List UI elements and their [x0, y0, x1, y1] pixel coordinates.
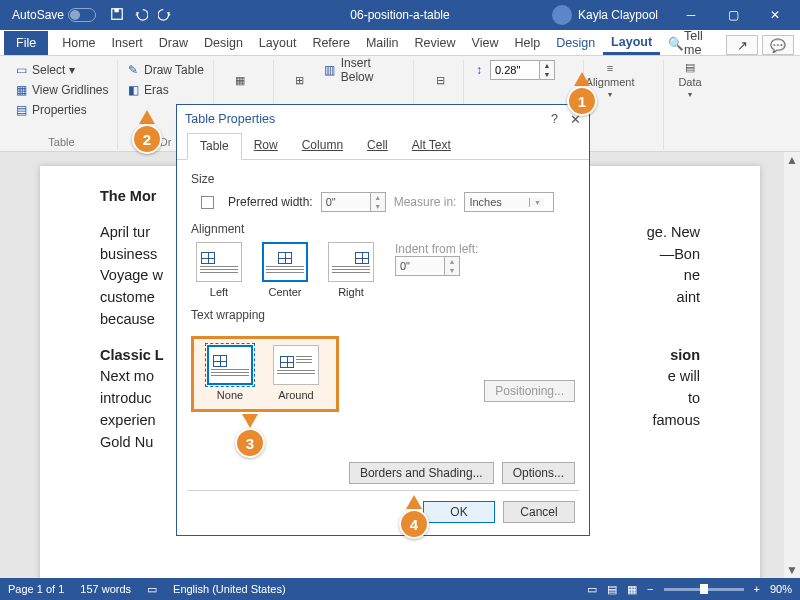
- alignment-button[interactable]: ≡Alignment▾: [592, 60, 628, 100]
- dlg-tab-cell[interactable]: Cell: [355, 133, 400, 159]
- heading-1: The Mor: [100, 188, 156, 204]
- minimize-button[interactable]: ─: [670, 0, 712, 30]
- wrap-none-option[interactable]: None: [202, 345, 258, 401]
- toggle-off-icon: [68, 8, 96, 22]
- tab-mailings[interactable]: Mailin: [358, 31, 407, 55]
- heading-2: Classic L: [100, 345, 164, 367]
- tab-table-design[interactable]: Design: [548, 31, 603, 55]
- tab-layout[interactable]: Layout: [251, 31, 305, 55]
- tab-help[interactable]: Help: [506, 31, 548, 55]
- scroll-down-icon[interactable]: ▼: [784, 562, 800, 578]
- alignment-icon: ≡: [607, 62, 613, 74]
- zoom-slider[interactable]: [664, 588, 744, 591]
- wrap-around-option[interactable]: Around: [268, 345, 324, 401]
- tab-insert[interactable]: Insert: [104, 31, 151, 55]
- pref-width-field: [322, 196, 370, 208]
- language-indicator[interactable]: English (United States): [173, 583, 286, 595]
- borders-shading-button[interactable]: Borders and Shading...: [349, 462, 494, 484]
- text: because: [100, 311, 155, 327]
- properties-label: Properties: [32, 103, 87, 117]
- web-layout-icon[interactable]: ▦: [627, 583, 637, 596]
- vertical-scrollbar[interactable]: ▲ ▼: [784, 152, 800, 578]
- page-indicator[interactable]: Page 1 of 1: [8, 583, 64, 595]
- row-height-icon: ↕: [472, 63, 486, 77]
- options-button[interactable]: Options...: [502, 462, 575, 484]
- properties-icon: ▤: [14, 103, 28, 117]
- dlg-tab-column[interactable]: Column: [290, 133, 355, 159]
- tab-view[interactable]: View: [464, 31, 507, 55]
- alignment-options: Left Center Right: [191, 242, 379, 298]
- dlg-tab-table[interactable]: Table: [187, 133, 242, 160]
- tell-me-label: Tell me: [684, 29, 718, 57]
- pref-width-label: Preferred width:: [228, 195, 313, 209]
- eraser-button[interactable]: ◧Eras: [126, 80, 205, 100]
- insert-below-button[interactable]: ▥Insert Below: [323, 60, 405, 80]
- print-layout-icon[interactable]: ▤: [607, 583, 617, 596]
- align-right-label: Right: [338, 286, 364, 298]
- data-button[interactable]: ▤Data▾: [672, 60, 708, 100]
- text: e will: [668, 366, 700, 388]
- insert-above-button[interactable]: ⊞: [282, 60, 317, 100]
- merge-button[interactable]: ⊟: [422, 60, 458, 100]
- dialog-tabs: Table Row Column Cell Alt Text: [177, 133, 589, 160]
- view-gridlines-button[interactable]: ▦View Gridlines: [14, 80, 109, 100]
- delete-button[interactable]: ▦: [222, 60, 258, 100]
- align-left-option[interactable]: Left: [191, 242, 247, 298]
- text: April tur: [100, 222, 150, 244]
- tab-review[interactable]: Review: [407, 31, 464, 55]
- pref-width-checkbox[interactable]: [201, 196, 214, 209]
- save-icon[interactable]: [110, 7, 124, 24]
- tab-draw[interactable]: Draw: [151, 31, 196, 55]
- align-right-option[interactable]: Right: [323, 242, 379, 298]
- tab-table-layout[interactable]: Layout: [603, 31, 660, 55]
- tab-file[interactable]: File: [4, 31, 48, 55]
- align-center-option[interactable]: Center: [257, 242, 313, 298]
- row-height-input[interactable]: ▲▼: [490, 60, 555, 80]
- close-button[interactable]: ✕: [754, 0, 796, 30]
- spin-down-icon[interactable]: ▼: [540, 70, 554, 79]
- zoom-in-button[interactable]: +: [754, 583, 760, 595]
- select-button[interactable]: ▭Select ▾: [14, 60, 109, 80]
- tab-design[interactable]: Design: [196, 31, 251, 55]
- dlg-tab-alttext[interactable]: Alt Text: [400, 133, 463, 159]
- dialog-help-button[interactable]: ?: [551, 112, 558, 127]
- spin-up-icon[interactable]: ▲: [540, 61, 554, 70]
- read-mode-icon[interactable]: ▭: [587, 583, 597, 596]
- indent-field: [396, 260, 444, 272]
- tell-me[interactable]: 🔍 Tell me: [660, 31, 726, 55]
- undo-icon[interactable]: [134, 7, 148, 24]
- text: business: [100, 244, 157, 266]
- dialog-title: Table Properties: [185, 112, 275, 126]
- insert-below-label: Insert Below: [341, 56, 405, 84]
- cancel-button[interactable]: Cancel: [503, 501, 575, 523]
- word-count[interactable]: 157 words: [80, 583, 131, 595]
- tab-references[interactable]: Refere: [304, 31, 358, 55]
- zoom-level[interactable]: 90%: [770, 583, 792, 595]
- indent-label: Indent from left:: [395, 242, 478, 256]
- data-label: Data: [678, 76, 701, 88]
- insert-below-icon: ▥: [323, 63, 337, 77]
- dialog-close-button[interactable]: ✕: [570, 112, 581, 127]
- properties-button[interactable]: ▤Properties: [14, 100, 109, 120]
- text: experien: [100, 410, 156, 432]
- spellcheck-icon[interactable]: ▭: [147, 583, 157, 596]
- draw-table-button[interactable]: ✎Draw Table: [126, 60, 205, 80]
- ok-button[interactable]: OK: [423, 501, 495, 523]
- row-height-field[interactable]: [491, 64, 539, 76]
- comments-button[interactable]: 💬: [762, 35, 794, 55]
- merge-icon: ⊟: [436, 74, 445, 87]
- user-area[interactable]: Kayla Claypool: [552, 5, 658, 25]
- share-button[interactable]: ↗: [726, 35, 758, 55]
- user-name: Kayla Claypool: [578, 8, 658, 22]
- maximize-button[interactable]: ▢: [712, 0, 754, 30]
- redo-icon[interactable]: [158, 7, 172, 24]
- scroll-up-icon[interactable]: ▲: [784, 152, 800, 168]
- dlg-tab-row[interactable]: Row: [242, 133, 290, 159]
- tab-home[interactable]: Home: [54, 31, 103, 55]
- text: ge. New: [647, 222, 700, 244]
- indent-input: ▲▼: [395, 256, 460, 276]
- wrap-around-label: Around: [278, 389, 313, 401]
- wrap-none-label: None: [217, 389, 243, 401]
- autosave-toggle[interactable]: AutoSave: [12, 8, 96, 22]
- zoom-out-button[interactable]: −: [647, 583, 653, 595]
